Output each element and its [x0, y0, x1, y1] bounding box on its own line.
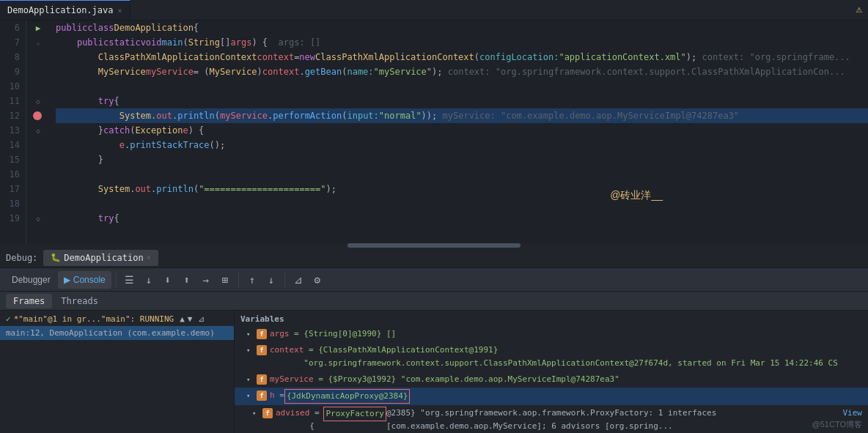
thread-filter-icon[interactable]: ⊿: [198, 314, 205, 324]
line-numbers: 6 7 8 9 10 11 12 13 14 15 16 17 18 19: [0, 21, 26, 243]
gutter: ▶ ⬦ ◇ ◇: [26, 21, 50, 243]
code-container: 6 7 8 9 10 11 12 13 14 15 16 17 18 19 ▶: [0, 21, 868, 243]
code-line-12: System.out.println(myService.performActi…: [56, 108, 868, 123]
code-line-13: } catch (Exception e) {: [56, 123, 868, 138]
var-icon-myservice: f: [257, 374, 267, 385]
thread-check-icon: ✓: [6, 314, 11, 324]
code-line-7: public static void main(String[] args) {…: [56, 35, 868, 50]
variables-panel: Variables f args = {String[0]@1990} [] f…: [235, 311, 868, 433]
toolbar-sep3: [284, 273, 285, 287]
tab-threads[interactable]: Threads: [54, 294, 106, 308]
gutter-dot11: ◇: [36, 97, 40, 106]
bug-icon: 🐛: [51, 253, 61, 262]
thread-entry[interactable]: ✓ *"main"@1 in gr..."main": RUNNING ▲ ▼ …: [0, 312, 234, 326]
tab-close-icon[interactable]: ×: [118, 7, 122, 15]
code-line-16: [56, 167, 868, 182]
variables-header: Variables: [235, 312, 868, 326]
var-icon-context: f: [257, 345, 267, 355]
debug-tab-bar: Debug: 🐛 DemoApplication ×: [0, 248, 868, 268]
frame-entry-label: main:12, DemoApplication (com.example.de…: [6, 328, 215, 338]
toolbar-btn-down[interactable]: ↓: [262, 271, 280, 289]
debug-panel: Debug: 🐛 DemoApplication × Debugger ▶ Co…: [0, 248, 868, 433]
debug-app-tab[interactable]: 🐛 DemoApplication ×: [43, 250, 158, 266]
toolbar-sep2: [238, 273, 239, 287]
code-line-15: }: [56, 152, 868, 167]
gutter-folding7: ⬦: [36, 39, 40, 47]
editor-tab-bar: DemoApplication.java × ⚠: [0, 0, 868, 21]
sub-tabs: Frames Threads: [0, 292, 868, 311]
toolbar-btn-step-over[interactable]: ↓: [140, 271, 158, 289]
code-line-19: try {: [56, 211, 868, 226]
editor-tab-active[interactable]: DemoApplication.java ×: [0, 0, 130, 20]
gutter-dot13: ◇: [36, 127, 40, 135]
toolbar-btn-run-to-cursor[interactable]: →: [197, 271, 215, 289]
code-line-18: [56, 196, 868, 211]
breakpoint-dot-12[interactable]: [33, 111, 42, 120]
expand-context[interactable]: [246, 344, 254, 357]
expand-advised[interactable]: [252, 407, 260, 420]
hscrollbar-thumb[interactable]: [347, 243, 521, 248]
code-line-6: public class DemoApplication {: [56, 21, 868, 35]
frame-entry-main[interactable]: main:12, DemoApplication (com.example.de…: [0, 326, 234, 340]
code-line-11: try {: [56, 94, 868, 108]
toolbar-btn-filter[interactable]: ⊿: [290, 271, 307, 289]
var-item-context[interactable]: f context = {ClassPathXmlApplicationCont…: [235, 342, 868, 371]
code-line-10: [56, 79, 868, 94]
var-icon-args: f: [257, 329, 267, 339]
toolbar-btn-menu[interactable]: ☰: [121, 271, 139, 289]
expand-h[interactable]: [246, 389, 254, 402]
code-lines: public class DemoApplication { public st…: [50, 21, 868, 243]
code-editor: 6 7 8 9 10 11 12 13 14 15 16 17 18 19 ▶: [0, 21, 868, 248]
toolbar-btn-evaluate[interactable]: ⊞: [216, 271, 234, 289]
var-item-myservice[interactable]: f myService = {$Proxy3@1992} "com.exampl…: [235, 371, 868, 388]
advised-navigate[interactable]: View: [838, 407, 862, 420]
expand-args[interactable]: [246, 327, 254, 341]
h-highlight-box: {JdkDynamicAopProxy@2384}: [284, 389, 411, 404]
thread-down-arrow[interactable]: ▼: [188, 314, 193, 324]
bottom-watermark: @51CTO博客: [812, 419, 862, 430]
toolbar-btn-up[interactable]: ↑: [243, 271, 261, 289]
tab-label: DemoApplication.java: [7, 5, 114, 15]
thread-entry-label: *"main"@1 in gr..."main": RUNNING: [14, 314, 174, 324]
code-line-9: MyService myService = (MyService) contex…: [56, 64, 868, 79]
hscrollbar[interactable]: [0, 243, 868, 248]
var-item-advised[interactable]: f advised = {ProxyFactory@2385} "org.spr…: [235, 405, 868, 433]
toolbar-btn-settings[interactable]: ⚙: [309, 271, 326, 289]
warning-icon: ⚠: [856, 3, 862, 15]
var-icon-advised: f: [262, 408, 273, 418]
code-line-17: System.out.println("====================…: [56, 182, 868, 196]
console-tab-btn[interactable]: ▶ Console: [58, 271, 111, 289]
thread-up-arrow[interactable]: ▲: [180, 314, 185, 324]
code-line-14: e.printStackTrace();: [56, 138, 868, 152]
debug-toolbar: Debugger ▶ Console ☰ ↓ ⬇ ⬆ → ⊞ ↑ ↓ ⊿ ⚙: [0, 268, 868, 292]
debugger-tab-btn[interactable]: Debugger: [6, 271, 56, 289]
toolbar-sep1: [116, 273, 117, 287]
gutter-dot19: ◇: [36, 215, 40, 223]
console-label: Console: [73, 275, 106, 285]
var-icon-h: f: [257, 391, 267, 401]
expand-myservice[interactable]: [246, 373, 254, 386]
run-arrow-line6: ▶: [36, 23, 41, 33]
debug-app-tab-close[interactable]: ×: [147, 253, 151, 262]
app-container: DemoApplication.java × ⚠ 6 7 8 9 10 11 1…: [0, 0, 868, 433]
var-item-args[interactable]: f args = {String[0]@1990} []: [235, 326, 868, 342]
debug-content: ✓ *"main"@1 in gr..."main": RUNNING ▲ ▼ …: [0, 311, 868, 433]
debug-app-tab-label: DemoApplication: [64, 253, 143, 263]
proxyfactory-highlight: ProxyFactory: [323, 407, 386, 421]
tab-frames[interactable]: Frames: [6, 294, 52, 308]
frames-panel: ✓ *"main"@1 in gr..."main": RUNNING ▲ ▼ …: [0, 311, 235, 433]
var-item-h[interactable]: f h = {JdkDynamicAopProxy@2384}: [235, 388, 868, 405]
toolbar-btn-step-into[interactable]: ⬇: [159, 271, 177, 289]
console-icon: ▶: [64, 275, 70, 285]
toolbar-btn-step-out[interactable]: ⬆: [178, 271, 196, 289]
debug-label: Debug:: [6, 253, 37, 263]
code-line-8: ClassPathXmlApplicationContext context =…: [56, 50, 868, 64]
